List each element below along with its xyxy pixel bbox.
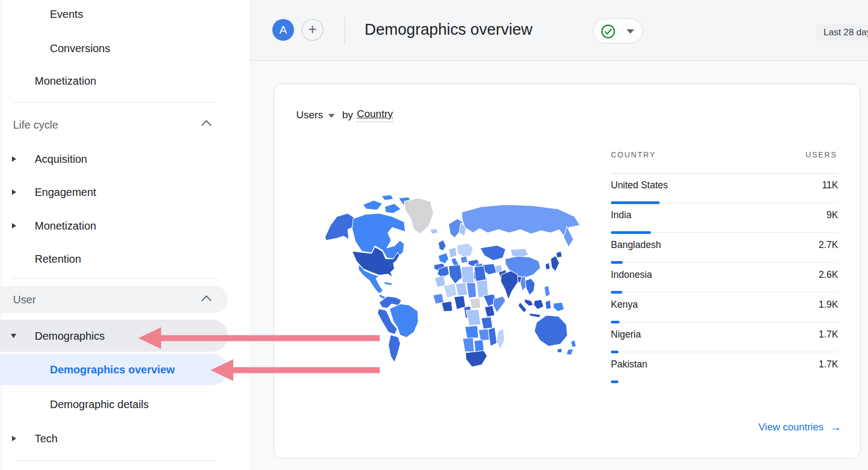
sidebar-item-engagement[interactable]: Engagement	[35, 185, 96, 199]
users-bar	[611, 380, 618, 383]
sidebar-item-events[interactable]: Events	[50, 7, 83, 21]
chevron-down-icon	[627, 29, 634, 34]
expand-arrow-icon[interactable]	[12, 223, 16, 228]
users-cell: 11K	[822, 180, 838, 191]
card-header: Users by Country	[296, 108, 393, 122]
country-cell: Kenya	[611, 299, 638, 310]
users-bar	[611, 261, 623, 264]
sidebar-item-demographics: Demographics	[35, 329, 105, 343]
users-cell: 1.7K	[819, 329, 838, 340]
sidebar-divider	[13, 278, 219, 279]
page-title: Demographics overview	[365, 21, 532, 39]
world-map[interactable]	[318, 195, 604, 374]
expand-arrow-icon[interactable]	[12, 156, 16, 162]
users-bar	[611, 291, 622, 294]
date-range-selector[interactable]: Last 28 day	[816, 24, 868, 40]
dimension-selector[interactable]: Country	[357, 108, 393, 122]
sidebar-item-demographics-pill[interactable]: Demographics	[0, 320, 228, 352]
country-cell: Indonesia	[611, 269, 652, 281]
sidebar-section-user-pill[interactable]: User	[0, 286, 228, 313]
users-by-country-card: Users by Country	[273, 84, 860, 459]
table-header-users[interactable]: USERS	[806, 150, 837, 159]
row-divider	[611, 262, 838, 263]
table-row: Bangladesh2.7K	[611, 235, 838, 265]
expand-arrow-icon[interactable]	[12, 189, 16, 195]
table-row: Indonesia2.6K	[611, 265, 838, 295]
metric-selector[interactable]: Users	[296, 109, 323, 121]
table-header-country[interactable]: COUNTRY	[611, 150, 656, 159]
by-label: by	[342, 109, 353, 121]
sidebar-section-user: User	[13, 293, 36, 307]
sidebar-item-demographics-overview: Demographics overview	[50, 363, 175, 377]
sidebar-item-demographic-details[interactable]: Demographic details	[50, 397, 149, 411]
country-cell: United States	[611, 180, 668, 191]
data-quality-badge[interactable]	[593, 18, 643, 43]
date-range-label: Last 28 day	[816, 24, 868, 40]
header-separator	[344, 16, 345, 45]
country-cell: Nigeria	[611, 329, 641, 340]
table-row: Kenya1.9K	[611, 295, 838, 325]
sidebar-item-tech[interactable]: Tech	[35, 431, 58, 446]
ga4-demographics-overview-screen: Events Conversions Monetization Life cyc…	[0, 0, 868, 470]
country-cell: Bangladesh	[611, 239, 661, 251]
users-bar	[611, 321, 620, 323]
sidebar-item-conversions[interactable]: Conversions	[50, 41, 110, 55]
row-divider	[611, 292, 838, 293]
users-cell: 9K	[827, 209, 838, 221]
sidebar-left-edge	[1, 0, 2, 470]
users-cell: 2.6K	[819, 269, 838, 281]
sidebar-item-monetization-report[interactable]: Monetization	[35, 74, 96, 88]
sidebar-divider	[13, 102, 219, 103]
users-bar	[611, 201, 660, 204]
sidebar-item-retention[interactable]: Retention	[35, 252, 81, 266]
users-cell: 2.7K	[819, 239, 838, 251]
sidebar-item-monetization[interactable]: Monetization	[35, 219, 96, 233]
table-row: Pakistan1.7K	[611, 354, 838, 384]
country-cell: India	[611, 209, 631, 221]
country-cell: Pakistan	[611, 359, 647, 370]
sidebar-divider	[13, 460, 219, 461]
sidebar-item-acquisition[interactable]: Acquisition	[35, 152, 87, 166]
avatar[interactable]: A	[272, 19, 294, 41]
table-row: United States11K	[611, 175, 838, 205]
users-bar	[611, 351, 618, 353]
sidebar-section-life-cycle[interactable]: Life cycle	[13, 118, 58, 132]
expand-arrow-icon[interactable]	[12, 436, 16, 441]
table-row: India9K	[611, 205, 838, 235]
view-countries-link[interactable]: View countries →	[758, 421, 841, 434]
table-header-divider	[611, 173, 838, 174]
right-arrow-icon: →	[830, 421, 841, 434]
collapse-chevron-icon[interactable]	[201, 295, 211, 305]
report-header-band	[250, 0, 868, 61]
users-bar	[611, 231, 651, 234]
view-countries-label: View countries	[758, 421, 824, 433]
add-comparison-button[interactable]: +	[302, 19, 323, 41]
left-navigation: Events Conversions Monetization Life cyc…	[0, 0, 250, 470]
sidebar-item-demographics-overview-pill[interactable]: Demographics overview	[0, 354, 228, 385]
table-row: Nigeria1.7K	[611, 325, 838, 354]
row-divider	[611, 322, 838, 322]
row-divider	[611, 352, 838, 352]
users-cell: 1.7K	[819, 359, 838, 370]
collapse-arrow-icon[interactable]	[11, 334, 16, 338]
users-cell: 1.9K	[819, 299, 838, 310]
check-circle-icon	[601, 24, 616, 39]
chevron-down-icon	[328, 114, 335, 118]
collapse-chevron-icon[interactable]	[201, 120, 211, 130]
